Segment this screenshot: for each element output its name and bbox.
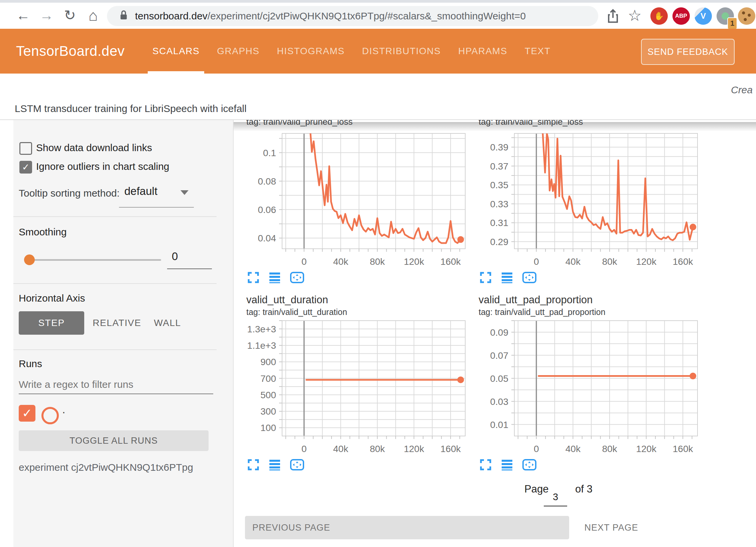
tab-histograms[interactable]: HISTOGRAMS <box>268 29 353 74</box>
browser-toolbar: ← → ↻ ⌂ tensorboard.dev/experiment/cj2vt… <box>0 3 756 29</box>
tooltip-sorting-select[interactable]: default <box>124 185 157 198</box>
url-text: tensorboard.dev/experiment/cj2vtPiwQHKN9… <box>135 10 526 22</box>
divider <box>13 216 217 217</box>
svg-text:160k: 160k <box>440 444 461 454</box>
scalar-chart-valid-pruned-loss[interactable]: 040k80k120k160k0.040.060.080.1 <box>234 129 471 278</box>
smoothing-value-input[interactable] <box>167 246 212 269</box>
home-icon[interactable]: ⌂ <box>84 5 102 25</box>
expand-rows-icon[interactable] <box>268 458 281 472</box>
fullscreen-icon[interactable] <box>247 458 260 472</box>
show-download-links-checkbox[interactable] <box>19 142 32 155</box>
page-of-label: of 3 <box>575 483 593 495</box>
expand-rows-icon[interactable] <box>268 271 281 285</box>
run-color-ring-icon[interactable] <box>41 407 59 424</box>
svg-text:80k: 80k <box>602 256 617 267</box>
smoothing-slider-thumb[interactable] <box>24 254 35 265</box>
tab-text[interactable]: TEXT <box>516 29 559 74</box>
extension-cookie-icon[interactable] <box>738 7 755 25</box>
scalar-chart-valid-utt-duration[interactable]: 040k80k120k160k1003005007009001.1e+31.3e… <box>234 317 471 465</box>
runs-label: Runs <box>19 358 42 369</box>
smoothing-label: Smoothing <box>19 226 67 238</box>
next-page-button[interactable]: NEXT PAGE <box>571 516 651 539</box>
svg-text:120k: 120k <box>636 256 657 267</box>
svg-text:500: 500 <box>260 390 276 400</box>
run-checkbox[interactable]: ✓ <box>19 405 35 422</box>
divider <box>13 283 217 284</box>
svg-text:80k: 80k <box>602 444 617 454</box>
svg-text:40k: 40k <box>565 444 581 454</box>
previous-page-button[interactable]: PREVIOUS PAGE <box>245 516 569 539</box>
svg-text:160k: 160k <box>440 256 461 267</box>
chart-toolbar <box>479 271 537 285</box>
svg-text:160k: 160k <box>673 256 694 267</box>
svg-text:0.05: 0.05 <box>490 373 509 384</box>
divider <box>13 349 217 350</box>
pan-zoom-icon[interactable] <box>290 271 304 285</box>
bookmark-star-icon[interactable]: ☆ <box>626 5 644 25</box>
smoothing-slider-track[interactable] <box>29 259 161 261</box>
svg-text:0.07: 0.07 <box>490 350 509 361</box>
scalar-chart-valid-utt-pad-proportion[interactable]: 040k80k120k160k0.010.030.050.070.09 <box>466 317 703 465</box>
url-bar[interactable]: tensorboard.dev/experiment/cj2vtPiwQHKN9… <box>107 6 598 26</box>
experiment-id-label: experiment cj2vtPiwQHKN9Q1tx6PTpg <box>19 462 193 473</box>
tab-graphs[interactable]: GRAPHS <box>208 29 268 74</box>
svg-text:120k: 120k <box>404 256 424 267</box>
tab-hparams[interactable]: HPARAMS <box>450 29 516 74</box>
share-icon[interactable] <box>606 8 620 25</box>
svg-text:160k: 160k <box>673 444 694 454</box>
svg-text:0.39: 0.39 <box>490 142 509 152</box>
charts-panel: tag: train/valid_pruned_loss tag: train/… <box>234 120 756 547</box>
expand-rows-icon[interactable] <box>501 458 513 472</box>
svg-text:0: 0 <box>534 256 539 267</box>
axis-relative-button[interactable]: RELATIVE <box>84 311 150 335</box>
pan-zoom-icon[interactable] <box>522 458 537 472</box>
chart-title: valid_utt_pad_proportion <box>479 294 593 306</box>
chart-toolbar <box>247 271 304 285</box>
expand-rows-icon[interactable] <box>501 271 513 285</box>
axis-wall-button[interactable]: WALL <box>143 311 192 335</box>
fullscreen-icon[interactable] <box>479 271 492 285</box>
app-logo[interactable]: TensorBoard.dev <box>16 29 125 74</box>
runs-filter-input[interactable] <box>19 375 213 394</box>
chevron-down-icon[interactable] <box>180 190 188 195</box>
svg-text:0.37: 0.37 <box>490 161 509 172</box>
svg-text:0.33: 0.33 <box>490 199 509 209</box>
tooltip-sorting-label: Tooltip sorting method: <box>19 188 120 199</box>
svg-text:900: 900 <box>260 357 276 367</box>
run-name-label: . <box>62 403 65 416</box>
tab-distributions[interactable]: DISTRIBUTIONS <box>353 29 450 74</box>
chart-tag: tag: train/valid_utt_duration <box>246 307 347 317</box>
chart-toolbar <box>479 458 537 472</box>
svg-text:40k: 40k <box>333 444 349 454</box>
svg-text:80k: 80k <box>370 256 385 267</box>
fullscreen-icon[interactable] <box>247 271 260 285</box>
tab-scalars[interactable]: SCALARS <box>144 29 208 74</box>
extension-abp-icon[interactable]: ABP <box>672 7 690 25</box>
forward-icon[interactable]: → <box>37 5 55 25</box>
chart-tag: tag: train/valid_utt_pad_proportion <box>479 307 605 317</box>
extension-v-icon[interactable]: V <box>695 7 712 25</box>
pan-zoom-icon[interactable] <box>290 458 304 472</box>
svg-text:120k: 120k <box>636 444 657 454</box>
pan-zoom-icon[interactable] <box>522 271 537 285</box>
reload-icon[interactable]: ↻ <box>61 5 79 25</box>
svg-text:80k: 80k <box>370 444 385 454</box>
profile-badge: 1 <box>727 17 737 29</box>
back-icon[interactable]: ← <box>14 5 32 25</box>
svg-text:120k: 120k <box>404 444 424 454</box>
ignore-outliers-checkbox[interactable]: ✓ <box>19 161 32 174</box>
svg-text:0: 0 <box>301 444 307 454</box>
send-feedback-button[interactable]: SEND FEEDBACK <box>641 39 735 65</box>
svg-text:0.31: 0.31 <box>490 218 509 228</box>
select-underline <box>119 207 194 208</box>
experiment-subheader: Crea LSTM transducer training for LibriS… <box>0 74 756 119</box>
toggle-all-runs-button[interactable]: TOGGLE ALL RUNS <box>19 430 209 451</box>
extension-hand-blocker-icon[interactable]: ✋ <box>650 7 668 25</box>
svg-text:0: 0 <box>534 444 539 454</box>
fullscreen-icon[interactable] <box>479 458 492 472</box>
svg-text:0: 0 <box>301 256 307 267</box>
axis-step-button[interactable]: STEP <box>19 311 84 335</box>
settings-sidebar: Show data download links ✓ Ignore outlie… <box>0 120 234 547</box>
scalar-chart-valid-simple-loss[interactable]: 040k80k120k160k0.290.310.330.350.370.39 <box>466 129 703 278</box>
page-number-input[interactable] <box>544 485 567 507</box>
